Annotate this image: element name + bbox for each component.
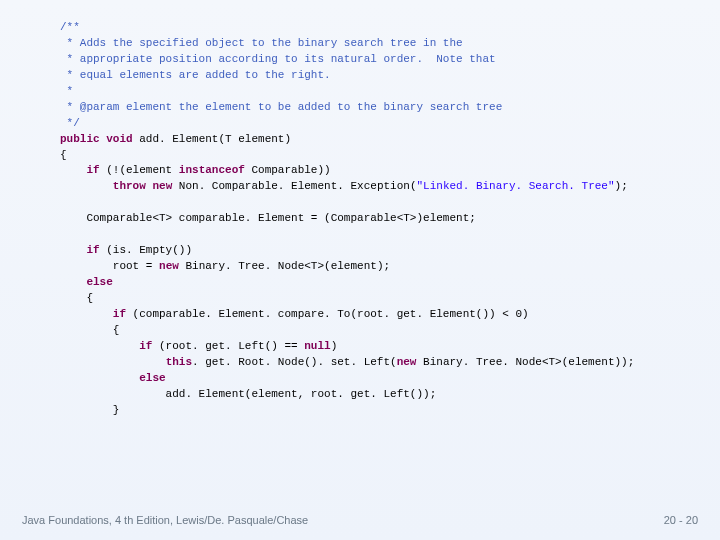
- brace: {: [60, 292, 93, 304]
- indent: [60, 180, 113, 192]
- indent: [60, 244, 86, 256]
- kw-else: else: [139, 372, 165, 384]
- brace: {: [60, 324, 119, 336]
- method-sig: add. Element(T element): [133, 133, 291, 145]
- kw-new: new: [397, 356, 417, 368]
- javadoc-line: * appropriate position according to its …: [60, 53, 496, 65]
- code-text: . get. Root. Node(). set. Left(: [192, 356, 397, 368]
- code-text: (root. get. Left() ==: [152, 340, 304, 352]
- javadoc-line: * equal elements are added to the right.: [60, 69, 331, 81]
- slide: /** * Adds the specified object to the b…: [0, 0, 720, 540]
- brace: }: [60, 404, 119, 416]
- code-text: Binary. Tree. Node<T>(element);: [179, 260, 390, 272]
- indent: [60, 372, 139, 384]
- indent: [60, 356, 166, 368]
- indent: [60, 164, 86, 176]
- code-text: Non. Comparable. Element. Exception(: [172, 180, 416, 192]
- code-text: Binary. Tree. Node<T>(element));: [416, 356, 634, 368]
- footer-left: Java Foundations, 4 th Edition, Lewis/De…: [22, 514, 308, 526]
- footer-right: 20 - 20: [664, 514, 698, 526]
- code-block: /** * Adds the specified object to the b…: [60, 20, 680, 418]
- kw-new: new: [152, 180, 172, 192]
- brace: {: [60, 149, 67, 161]
- kw-if: if: [139, 340, 152, 352]
- kw-void: void: [106, 133, 132, 145]
- indent: [60, 276, 86, 288]
- code-text: ): [331, 340, 338, 352]
- code-text: );: [615, 180, 628, 192]
- code-text: Comparable)): [245, 164, 331, 176]
- code-text: (is. Empty()): [100, 244, 192, 256]
- kw-this: this: [166, 356, 192, 368]
- kw-throw: throw: [113, 180, 146, 192]
- kw-public: public: [60, 133, 100, 145]
- javadoc-line: /**: [60, 21, 80, 33]
- code-text: (comparable. Element. compare. To(root. …: [126, 308, 529, 320]
- indent: [60, 340, 139, 352]
- kw-if: if: [86, 244, 99, 256]
- javadoc-line: * Adds the specified object to the binar…: [60, 37, 463, 49]
- javadoc-line: */: [60, 117, 80, 129]
- kw-else: else: [86, 276, 112, 288]
- code-text: root =: [60, 260, 159, 272]
- kw-instanceof: instanceof: [179, 164, 245, 176]
- code-line: add. Element(element, root. get. Left())…: [60, 388, 436, 400]
- code-line: Comparable<T> comparable. Element = (Com…: [60, 212, 476, 224]
- javadoc-line: *: [60, 85, 73, 97]
- kw-new: new: [159, 260, 179, 272]
- indent: [60, 308, 113, 320]
- kw-null: null: [304, 340, 330, 352]
- kw-if: if: [86, 164, 99, 176]
- code-text: (!(element: [100, 164, 179, 176]
- string-literal: "Linked. Binary. Search. Tree": [417, 180, 615, 192]
- javadoc-line: * @param element the element to be added…: [60, 101, 502, 113]
- kw-if: if: [113, 308, 126, 320]
